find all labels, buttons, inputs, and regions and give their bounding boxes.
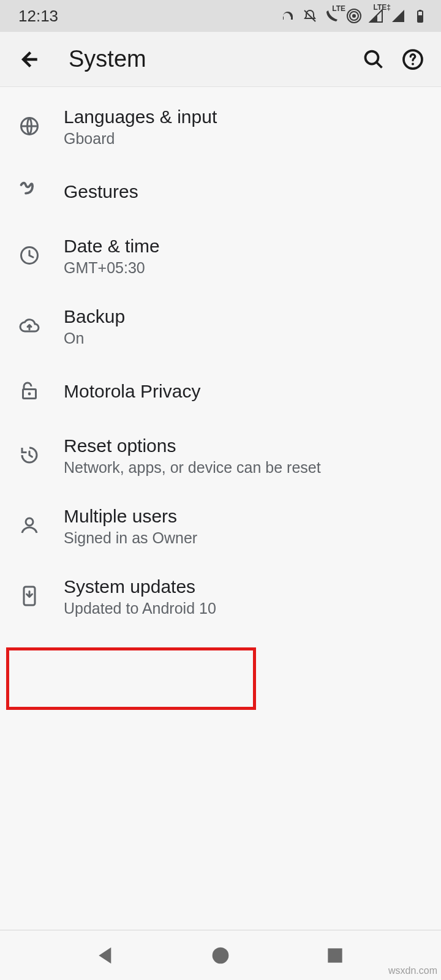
svg-line-10 [377,62,382,67]
row-gestures[interactable]: Gestures [0,162,441,221]
svg-point-19 [213,947,229,963]
clock-icon [18,244,40,269]
row-multiple-users[interactable]: Multiple users Signed in as Owner [0,491,441,562]
help-icon [402,48,424,70]
annotation-highlight-box [6,647,256,710]
status-bar: 12:13 LTE LTE‡ [0,0,441,32]
row-subtitle: On [64,330,424,347]
dnd-icon [301,7,318,24]
row-subtitle: Updated to Android 10 [64,600,424,617]
row-languages-input[interactable]: Languages & input Gboard [0,92,441,162]
help-button[interactable] [396,42,430,77]
row-title: Date & time [64,236,424,257]
row-title: Gestures [64,181,424,202]
headphones-icon [279,7,296,24]
back-button[interactable] [13,43,45,75]
svg-rect-7 [419,10,421,11]
restore-icon [18,444,40,469]
search-icon [363,48,385,70]
row-reset-options[interactable]: Reset options Network, apps, or device c… [0,421,441,491]
settings-list: Languages & input Gboard Gestures Date &… [0,87,441,632]
volte-call-icon: LTE [323,7,341,24]
triangle-back-icon [94,943,118,968]
row-backup[interactable]: Backup On [0,292,441,362]
row-subtitle: GMT+05:30 [64,259,424,277]
svg-rect-8 [418,15,422,21]
lock-open-icon [18,379,40,404]
svg-point-17 [26,518,33,526]
search-button[interactable] [356,42,391,77]
nav-back-button[interactable] [94,943,118,968]
row-motorola-privacy[interactable]: Motorola Privacy [0,362,441,421]
status-time: 12:13 [18,7,58,26]
row-title: Reset options [64,435,424,456]
svg-point-9 [366,51,379,64]
hotspot-icon [345,7,363,24]
row-title: Backup [64,306,424,327]
row-title: Languages & input [64,107,424,127]
gesture-icon [18,179,40,204]
system-update-icon [18,585,40,609]
globe-icon [18,115,40,140]
watermark: wsxdn.com [388,965,437,976]
row-subtitle: Signed in as Owner [64,529,424,547]
circle-home-icon [208,943,233,968]
row-title: System updates [64,576,424,597]
nav-recent-button[interactable] [323,943,347,968]
cloud-upload-icon [18,315,40,339]
row-title: Multiple users [64,506,424,527]
arrow-back-icon [18,48,40,70]
signal-sim1-icon: LTE‡ [368,7,385,24]
navigation-bar [0,930,441,980]
square-recent-icon [323,943,347,968]
app-bar: System [0,32,441,87]
svg-point-3 [352,14,356,18]
page-title: System [69,46,146,72]
row-title: Motorola Privacy [64,381,424,402]
battery-icon [412,7,429,24]
row-subtitle: Gboard [64,130,424,148]
person-icon [18,514,40,539]
signal-sim2-icon [390,7,407,24]
svg-rect-20 [328,948,342,962]
nav-home-button[interactable] [208,943,233,968]
row-system-updates[interactable]: System updates Updated to Android 10 [0,562,441,632]
row-subtitle: Network, apps, or device can be reset [64,459,424,477]
svg-point-16 [28,393,31,396]
row-date-time[interactable]: Date & time GMT+05:30 [0,221,441,292]
svg-point-12 [412,62,414,65]
